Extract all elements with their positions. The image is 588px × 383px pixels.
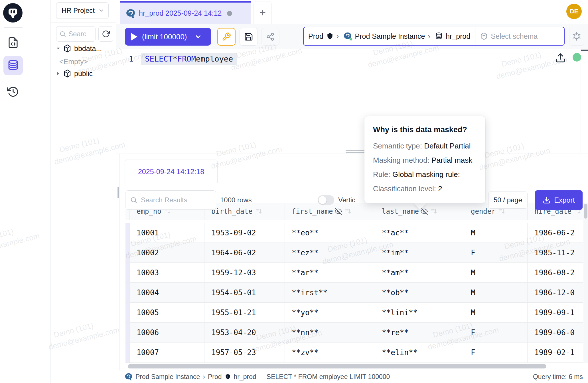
- cell[interactable]: 1986-12-0: [528, 283, 583, 303]
- masked-eye-off-icon: [421, 208, 428, 215]
- cell-masked[interactable]: **ac**: [375, 223, 464, 243]
- cell[interactable]: M: [464, 223, 528, 243]
- column-header-first-name[interactable]: first_name: [285, 203, 375, 220]
- cell[interactable]: F: [464, 323, 528, 343]
- cell-masked[interactable]: **zv**: [285, 343, 375, 362]
- cell[interactable]: M: [464, 303, 528, 323]
- run-query-button[interactable]: (limit 100000): [125, 28, 211, 46]
- cell-masked[interactable]: **eo**: [285, 223, 375, 243]
- cell[interactable]: 1985-11-2: [528, 243, 583, 263]
- cell-masked[interactable]: **ez**: [285, 243, 375, 263]
- cell[interactable]: [130, 362, 204, 363]
- project-selector[interactable]: HR Project: [56, 2, 109, 19]
- sql-editor-tab[interactable]: hr_prod 2025-09-24 14:12: [120, 1, 251, 24]
- vertical-scrollbar[interactable]: [584, 204, 587, 219]
- panel-drag-grip[interactable]: [118, 187, 119, 198]
- vertical-scrollbar-track[interactable]: [583, 203, 588, 363]
- cell[interactable]: 10004: [130, 283, 204, 303]
- caret-down-icon[interactable]: [56, 46, 60, 51]
- cell-masked[interactable]: **am**: [375, 263, 464, 283]
- cell[interactable]: 1989-09-1: [528, 303, 583, 323]
- row-gutter: [125, 243, 130, 263]
- format-sql-button[interactable]: [217, 28, 236, 46]
- export-button[interactable]: Export: [535, 190, 583, 210]
- cell[interactable]: 1964-06-02: [204, 243, 285, 263]
- cell[interactable]: 1959-12-03: [204, 263, 285, 283]
- results-tab[interactable]: 2025-09-24 14:12:18: [125, 160, 218, 183]
- save-button[interactable]: [240, 28, 258, 46]
- cell-masked[interactable]: **elin**: [375, 343, 464, 362]
- sort-icon[interactable]: [256, 208, 262, 215]
- tree-item-public[interactable]: public: [51, 68, 116, 79]
- share-button[interactable]: [261, 28, 279, 46]
- sidebar-search-input[interactable]: Searc: [56, 26, 96, 42]
- ai-sparkle-icon: [572, 31, 581, 41]
- search-icon: [130, 196, 137, 204]
- cell[interactable]: F: [464, 343, 528, 362]
- cell-masked[interactable]: **irst**: [285, 283, 375, 303]
- ai-assistant-button[interactable]: [569, 27, 584, 46]
- cell[interactable]: [464, 362, 528, 363]
- vertical-display-toggle[interactable]: [318, 195, 334, 205]
- cell[interactable]: F: [464, 243, 528, 263]
- new-tab-button[interactable]: +: [254, 1, 272, 24]
- cell-masked[interactable]: **ob**: [375, 283, 464, 303]
- upload-icon[interactable]: [555, 52, 566, 64]
- worksheet-icon[interactable]: [3, 33, 23, 52]
- cell[interactable]: 1955-01-21: [204, 303, 285, 323]
- project-label: HR Project: [62, 7, 95, 15]
- cell[interactable]: 10003: [130, 263, 204, 283]
- page-size-select[interactable]: 50 / page: [488, 192, 528, 209]
- cell-masked[interactable]: **yo**: [285, 303, 375, 323]
- status-separator: ›: [203, 373, 205, 381]
- schema-selector[interactable]: Select schema: [475, 27, 564, 45]
- cell-masked[interactable]: **ar**: [285, 263, 375, 283]
- status-database: hr_prod: [234, 373, 256, 381]
- cell[interactable]: M: [464, 263, 528, 283]
- tooltip-field: Rule: Global masking rule:: [373, 170, 477, 179]
- chevron-down-icon[interactable]: [194, 33, 202, 40]
- refresh-button[interactable]: [98, 26, 113, 42]
- cell[interactable]: [528, 362, 583, 363]
- cell[interactable]: 10001: [130, 223, 204, 243]
- cell[interactable]: [204, 362, 285, 363]
- horizontal-scrollbar[interactable]: [128, 364, 546, 368]
- breadcrumb-database[interactable]: hr_prod: [435, 27, 475, 45]
- cell-masked[interactable]: **nn**: [285, 323, 375, 343]
- cell[interactable]: 10006: [130, 323, 204, 343]
- tree-item-schema[interactable]: bbdata...: [51, 43, 116, 54]
- caret-right-icon[interactable]: [56, 71, 60, 76]
- row-gutter: [125, 343, 130, 362]
- history-icon[interactable]: [3, 82, 23, 101]
- cell-masked[interactable]: **re**: [375, 323, 464, 343]
- avatar[interactable]: DE: [566, 4, 582, 19]
- cell[interactable]: 10007: [130, 343, 204, 362]
- breadcrumb-instance[interactable]: Prod Sample Instance ›: [343, 27, 435, 45]
- breadcrumb-separator: ›: [336, 32, 339, 41]
- cell[interactable]: 1957-05-23: [204, 343, 285, 362]
- cell[interactable]: 10002: [130, 243, 204, 263]
- cell[interactable]: 1953-09-02: [204, 223, 285, 243]
- cell[interactable]: [375, 362, 464, 363]
- sort-icon[interactable]: [498, 208, 505, 215]
- cell[interactable]: 1986-08-2: [528, 263, 583, 283]
- status-environment: Prod: [208, 373, 222, 381]
- cell[interactable]: 10005: [130, 303, 204, 323]
- breadcrumb-environment[interactable]: Prod ›: [304, 27, 343, 45]
- cell-masked[interactable]: **im**: [375, 243, 464, 263]
- cell[interactable]: 1989-06-0: [528, 323, 583, 343]
- cell[interactable]: 1989-02-1: [528, 343, 583, 362]
- sql-editor-line-1[interactable]: 1 SELECT * FROM employee: [129, 52, 237, 66]
- row-gutter: [125, 303, 130, 323]
- database-panel-button[interactable]: [3, 56, 23, 75]
- cell[interactable]: 1986-06-2: [528, 223, 583, 243]
- sort-icon[interactable]: [431, 208, 437, 215]
- results-search-input[interactable]: Search Results: [125, 190, 216, 210]
- cell-masked[interactable]: **lini**: [375, 303, 464, 323]
- cell[interactable]: M: [464, 283, 528, 303]
- panel-drag-grip[interactable]: [117, 187, 117, 198]
- cell[interactable]: 1953-04-20: [204, 323, 285, 343]
- bytebase-logo[interactable]: [3, 3, 23, 23]
- cell[interactable]: 1954-05-01: [204, 283, 285, 303]
- cell[interactable]: [285, 362, 375, 363]
